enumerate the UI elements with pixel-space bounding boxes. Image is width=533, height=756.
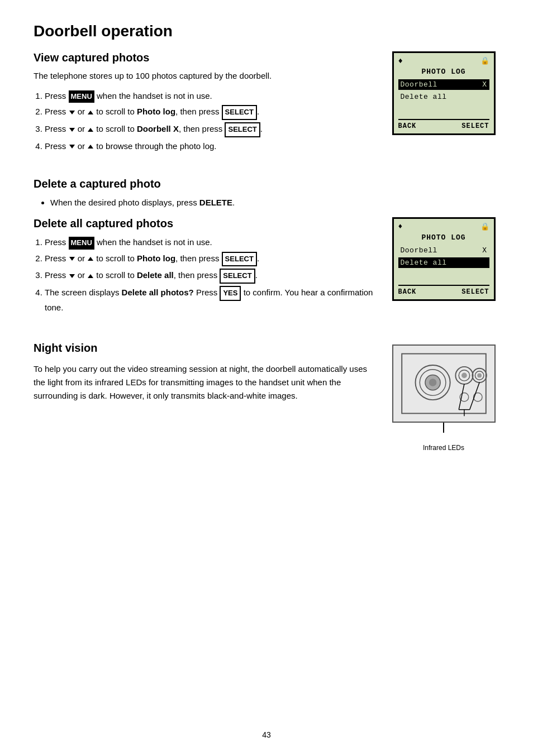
arrow-up-2 (88, 128, 93, 132)
screen1-title: PHOTO LOG (398, 68, 489, 76)
view-captured-text: View captured photos The telephone store… (34, 51, 388, 161)
screen1-back: BACK (398, 122, 417, 130)
screen1-select: SELECT (461, 122, 489, 130)
doorbell-x-label: Doorbell X (137, 124, 179, 133)
screen2-top-row: ♦ 🔒 (398, 222, 489, 231)
arrow-up-3 (88, 145, 93, 149)
delete-all-text: Delete all captured photos Press MENU wh… (34, 217, 388, 322)
delete-all-steps: Press MENU when the handset is not in us… (45, 236, 377, 314)
screen2-lock: 🔒 (480, 222, 489, 231)
photo-log-label-2: Photo log (137, 253, 175, 263)
camera-svg (393, 346, 494, 422)
delete-all-label: Delete all (137, 270, 174, 280)
screen1-arrow: ♦ (398, 56, 403, 65)
screen2-item-delete-all: Delete all (398, 257, 489, 268)
select-key-3: SELECT (222, 252, 257, 267)
night-vision-description: To help you carry out the video streamin… (34, 362, 377, 403)
svg-point-8 (461, 373, 467, 379)
arrow-up-5 (88, 274, 93, 278)
svg-point-5 (429, 379, 436, 386)
step-4: Press or to browse through the photo log… (45, 140, 377, 153)
menu-key-1: MENU (69, 90, 94, 103)
camera-image (392, 344, 496, 423)
screen1-bottom-bar: BACK SELECT (398, 119, 489, 130)
screen2-doorbell-x: X (482, 246, 487, 255)
arrow-down-1 (69, 111, 75, 114)
svg-point-11 (477, 374, 482, 378)
select-key-2: SELECT (225, 122, 260, 137)
screen1-top-row: ♦ 🔒 (398, 56, 489, 65)
screen2-container: ♦ 🔒 PHOTO LOG Doorbell X Delete all BACK… (388, 217, 499, 301)
step-1: Press MENU when the handset is not in us… (45, 89, 377, 103)
screen1-doorbell-x: X (482, 80, 487, 89)
camera-container: Infrared LEDs (388, 344, 499, 452)
delete-all-title: Delete all captured photos (34, 217, 377, 230)
night-vision-section: Night vision To help you carry out the v… (34, 339, 499, 452)
lcd-screen-2: ♦ 🔒 PHOTO LOG Doorbell X Delete all BACK… (392, 217, 496, 301)
night-vision-title: Night vision (34, 339, 377, 357)
screen2-item-doorbell: Doorbell X (398, 245, 489, 256)
screen2-doorbell-label: Doorbell (401, 246, 437, 255)
delete-one-title: Delete a captured photo (34, 178, 499, 190)
view-captured-section: View captured photos The telephone store… (34, 51, 499, 161)
screen2-bottom-bar: BACK SELECT (398, 285, 489, 296)
screen1-lock: 🔒 (480, 56, 489, 65)
view-captured-intro: The telephone stores up to 100 photos ca… (34, 70, 377, 83)
delete-all-photos-prompt: Delete all photos? (122, 288, 194, 297)
delete-one-section: Delete a captured photo When the desired… (34, 178, 499, 209)
arrow-up-4 (88, 257, 93, 261)
infrared-label: Infrared LEDs (423, 444, 464, 452)
delete-key: DELETE (199, 198, 232, 207)
delete-one-item: When the desired photo displays, press D… (50, 196, 499, 209)
delete-one-list: When the desired photo displays, press D… (50, 196, 499, 209)
page-title: Doorbell operation (34, 22, 499, 40)
screen2-arrow: ♦ (398, 222, 403, 231)
night-vision-text: Night vision To help you carry out the v… (34, 339, 388, 403)
lcd-screen-1: ♦ 🔒 PHOTO LOG Doorbell X Delete all BACK… (392, 51, 496, 135)
screen2-select: SELECT (461, 288, 489, 296)
menu-key-2: MENU (69, 237, 94, 250)
delete-all-step-1: Press MENU when the handset is not in us… (45, 236, 377, 250)
yes-key: YES (220, 286, 241, 301)
arrow-down-5 (69, 274, 75, 278)
page-number: 43 (262, 730, 271, 739)
arrow-down-4 (69, 257, 75, 261)
screen1-container: ♦ 🔒 PHOTO LOG Doorbell X Delete all BACK… (388, 51, 499, 135)
arrow-up-1 (88, 111, 93, 114)
delete-all-step-2: Press or to scroll to Photo log, then pr… (45, 252, 377, 267)
step-2: Press or to scroll to Photo log, then pr… (45, 105, 377, 120)
delete-all-step-4: The screen displays Delete all photos? P… (45, 286, 377, 314)
screen1-doorbell-label: Doorbell (401, 80, 437, 89)
step-3: Press or to scroll to Doorbell X, then p… (45, 122, 377, 137)
photo-log-label-1: Photo log (137, 107, 175, 116)
infrared-arrow-line (443, 423, 444, 433)
screen1-item-delete-all: Delete all (398, 92, 489, 102)
screen1-item-doorbell: Doorbell X (398, 79, 489, 90)
arrow-down-3 (69, 145, 75, 149)
screen2-title: PHOTO LOG (398, 233, 489, 242)
view-captured-steps: Press MENU when the handset is not in us… (45, 89, 377, 153)
delete-all-section: Delete all captured photos Press MENU wh… (34, 217, 499, 322)
select-key-4: SELECT (220, 269, 255, 284)
select-key-1: SELECT (222, 105, 257, 120)
screen2-back: BACK (398, 288, 417, 296)
view-captured-title: View captured photos (34, 51, 377, 64)
page: Doorbell operation View captured photos … (0, 0, 533, 756)
delete-all-step-3: Press or to scroll to Delete all, then p… (45, 269, 377, 284)
arrow-down-2 (69, 128, 75, 132)
